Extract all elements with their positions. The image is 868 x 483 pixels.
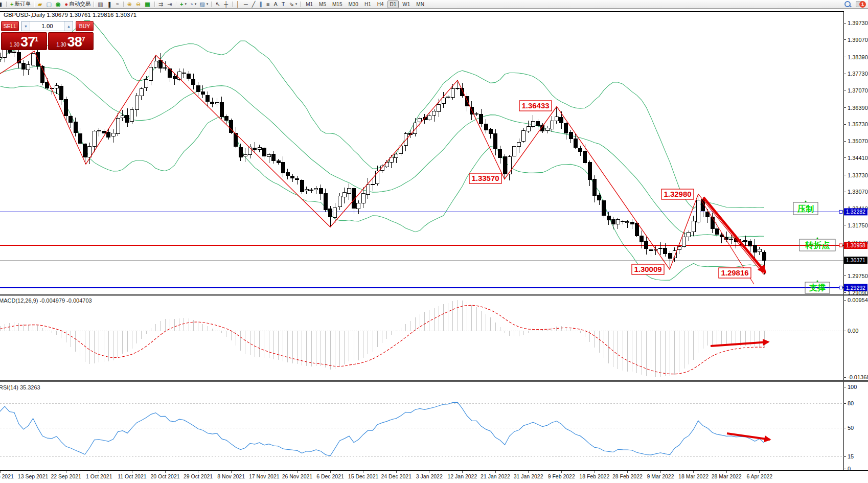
svg-text:80: 80 bbox=[848, 400, 854, 406]
candle bbox=[484, 124, 488, 130]
zoom-in-button[interactable]: ⊕ bbox=[126, 1, 134, 8]
candle bbox=[286, 172, 289, 175]
candle bbox=[319, 188, 323, 194]
date-tick: 18 Mar 2022 bbox=[678, 473, 709, 479]
charts-icon[interactable]: ▮ bbox=[0, 1, 5, 8]
swing-label-1.36433[interactable]: 1.36433 bbox=[519, 101, 552, 111]
rsi-label: RSI(14) 35.3263 bbox=[0, 384, 40, 390]
candle bbox=[291, 176, 294, 178]
candle bbox=[102, 131, 106, 133]
candle bbox=[215, 103, 219, 104]
tf-button-H4[interactable]: H4 bbox=[375, 1, 386, 8]
auto-scroll-button[interactable]: ⇉ bbox=[157, 1, 166, 8]
annotation-支撑[interactable]: 支撑 bbox=[805, 280, 830, 293]
candle bbox=[607, 216, 610, 220]
tf-button-M15[interactable]: M15 bbox=[330, 1, 345, 8]
chart-canvas[interactable]: 1.364331.335701.329801.300091.29816压制转折点… bbox=[0, 0, 868, 483]
tf-button-H1[interactable]: H1 bbox=[362, 1, 374, 8]
periods-button[interactable]: ◔▾ bbox=[188, 1, 198, 8]
horizontal-line-icon: ─ bbox=[244, 1, 248, 7]
candle bbox=[262, 148, 266, 156]
annotation-转折点[interactable]: 转折点 bbox=[800, 237, 835, 251]
date-tick: 21 Jan 2022 bbox=[481, 473, 510, 479]
new-order-button[interactable]: + 新订单 bbox=[9, 1, 32, 8]
search-icon[interactable] bbox=[844, 1, 851, 7]
volume-input[interactable]: 1.00 bbox=[30, 21, 64, 31]
zigzag-line[interactable] bbox=[0, 51, 764, 274]
date-tick: 2 Sep 2021 bbox=[0, 473, 14, 479]
arrows-tool[interactable]: ⇘▾ bbox=[287, 1, 299, 8]
cursor-tool[interactable]: ↖ bbox=[214, 1, 222, 8]
candle bbox=[456, 88, 460, 88]
candle bbox=[361, 193, 365, 203]
chart-shift-button[interactable]: ⇥ bbox=[166, 1, 174, 8]
autotrade-icon: ● bbox=[64, 1, 68, 7]
terminal-button[interactable]: ▢ bbox=[44, 1, 54, 8]
tf-button-M30[interactable]: M30 bbox=[346, 1, 360, 8]
autotrade-button[interactable]: ● 自动交易 bbox=[63, 1, 92, 8]
indicators-button[interactable]: +▾ bbox=[178, 1, 188, 8]
candle bbox=[451, 88, 454, 97]
templates-button[interactable]: ▨▾ bbox=[198, 1, 210, 8]
sell-price-display[interactable]: 1.30371 bbox=[1, 32, 47, 50]
market-depth-button[interactable]: ▰ bbox=[36, 1, 44, 8]
swing-label-1.30009[interactable]: 1.30009 bbox=[632, 264, 664, 274]
text-tool[interactable]: A bbox=[272, 1, 280, 8]
candlestick-chart-button[interactable]: ❚ bbox=[106, 1, 115, 8]
candle bbox=[729, 239, 733, 240]
volume-up-button[interactable]: ▲ bbox=[64, 21, 73, 31]
candle bbox=[64, 99, 68, 116]
svg-text:1.29816: 1.29816 bbox=[721, 268, 748, 277]
separator bbox=[34, 2, 35, 7]
svg-text:支撑: 支撑 bbox=[809, 283, 826, 292]
zoom-out-button[interactable]: ⊖ bbox=[134, 1, 143, 8]
chart-shift-icon: ⇥ bbox=[167, 1, 172, 7]
arrows-icon: ⇘ bbox=[289, 1, 293, 7]
line-chart-button[interactable]: ≈ bbox=[115, 1, 122, 8]
candle bbox=[27, 65, 30, 70]
svg-text:50: 50 bbox=[848, 425, 854, 431]
candle bbox=[329, 209, 332, 217]
crosshair-tool[interactable]: ┼ bbox=[222, 1, 231, 8]
macd-label: MACD(12,26,9) -0.004979 -0.004703 bbox=[0, 297, 92, 304]
tf-button-D1[interactable]: D1 bbox=[387, 1, 399, 8]
text-label-tool[interactable]: T bbox=[280, 1, 288, 8]
tf-button-MN[interactable]: MN bbox=[414, 1, 427, 8]
candle bbox=[135, 96, 139, 110]
tf-button-M1[interactable]: M1 bbox=[303, 1, 315, 8]
date-tick: 12 Jan 2022 bbox=[447, 473, 477, 479]
hline-tool[interactable]: ─ bbox=[242, 1, 250, 8]
tf-button-W1[interactable]: W1 bbox=[400, 1, 413, 8]
tf-button-M5[interactable]: M5 bbox=[316, 1, 329, 8]
trendline-tool[interactable]: ╱ bbox=[250, 1, 258, 8]
candle bbox=[140, 88, 143, 96]
volume-stepper: ▼ 1.00 ▲ bbox=[21, 21, 73, 31]
sell-button[interactable]: SELL bbox=[1, 21, 19, 31]
buy-price-display[interactable]: 1.30387 bbox=[48, 32, 94, 50]
buy-button[interactable]: BUY bbox=[76, 21, 94, 31]
fibonacci-tool[interactable]: ≡ bbox=[265, 1, 272, 8]
signal-icon: ◉ bbox=[56, 1, 61, 7]
signals-button[interactable]: ◉ bbox=[54, 1, 63, 8]
candle bbox=[758, 249, 761, 251]
bar-chart-button[interactable]: ▥ bbox=[96, 1, 105, 8]
candle bbox=[550, 121, 554, 129]
candle bbox=[621, 221, 625, 221]
tile-windows-button[interactable]: ▦ bbox=[143, 1, 152, 8]
volume-down-button[interactable]: ▼ bbox=[22, 21, 30, 31]
swing-label-1.33570[interactable]: 1.33570 bbox=[469, 173, 501, 183]
candle bbox=[220, 103, 223, 117]
channel-tool[interactable]: ∥ bbox=[258, 1, 265, 8]
price-badge-1.30958: 1.30958 bbox=[844, 242, 867, 249]
candle bbox=[682, 237, 686, 246]
annotation-压制[interactable]: 压制 bbox=[793, 200, 818, 215]
clock-icon: ◔ bbox=[190, 1, 193, 7]
candle bbox=[498, 149, 502, 157]
cursor-icon: ↖ bbox=[215, 1, 220, 7]
candle bbox=[744, 240, 747, 242]
swing-label-1.29816[interactable]: 1.29816 bbox=[719, 268, 751, 278]
date-tick: 6 Apr 2022 bbox=[746, 473, 772, 479]
swing-label-1.32980[interactable]: 1.32980 bbox=[661, 189, 694, 199]
notification-badge[interactable]: 1 bbox=[859, 1, 866, 8]
vline-tool[interactable]: │ bbox=[235, 1, 242, 8]
